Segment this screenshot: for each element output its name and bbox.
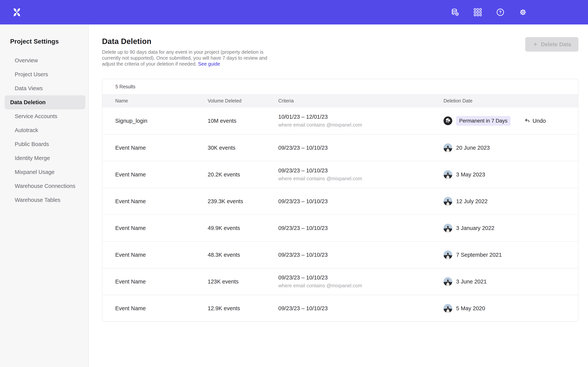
sidebar-item-data-deletion[interactable]: Data Deletion [5, 95, 85, 109]
deletion-date: 12 July 2022 [456, 198, 487, 205]
table-row: Event Name 30K events 09/23/23 – 10/10/2… [102, 134, 578, 161]
table-header-row: Name Volume Deleted Criteria Deletion Da… [102, 94, 578, 108]
sidebar-item-project-users[interactable]: Project Users [5, 67, 85, 81]
sidebar-item-warehouse-connections[interactable]: Warehouse Connections [5, 179, 85, 193]
avatar [443, 117, 452, 125]
deletion-date: 3 May 2023 [456, 171, 485, 178]
column-header-name: Name [115, 98, 208, 104]
deletion-date: 3 January 2022 [456, 225, 494, 231]
page-description: Delete up to 90 days data for any event … [102, 49, 270, 67]
sidebar-item-autotrack[interactable]: Autotrack [5, 123, 85, 137]
deletion-date: 3 June 2021 [456, 278, 487, 285]
table-row: Event Name 12.9K events 09/23/23 – 10/10… [102, 295, 578, 322]
avatar [443, 170, 452, 179]
top-navigation-bar: ? [0, 0, 588, 25]
avatar [443, 143, 452, 152]
table-row: Signup_login 10M events 10/01/23 – 12/01… [102, 108, 578, 134]
sidebar-item-identity-merge[interactable]: Identity Merge [5, 151, 85, 165]
table-row: Event Name 123K events 09/23/23 – 10/10/… [102, 268, 578, 295]
settings-icon[interactable] [518, 8, 527, 17]
avatar [443, 277, 452, 286]
project-settings-sidebar: Project Settings Overview Project Users … [0, 25, 89, 367]
status-badge: Permanent in 7 Days [456, 116, 510, 126]
undo-button[interactable]: Undo [524, 118, 546, 124]
topbar-icon-group: ? [450, 8, 588, 17]
sidebar-item-data-views[interactable]: Data Views [5, 81, 85, 95]
deletion-results-card: 5 Results Name Volume Deleted Criteria D… [102, 79, 579, 322]
sidebar-item-mixpanel-usage[interactable]: Mixpanel Usage [5, 165, 85, 179]
table-row: Event Name 20.2K events 09/23/23 – 10/10… [102, 161, 578, 188]
deletion-date: 20 June 2023 [456, 145, 490, 151]
sidebar-item-public-boards[interactable]: Public Boards [5, 137, 85, 151]
avatar [443, 250, 452, 259]
column-header-volume-deleted: Volume Deleted [208, 98, 278, 104]
data-management-icon[interactable] [450, 8, 460, 17]
main-content: Data Deletion Delete up to 90 days data … [89, 25, 588, 367]
sidebar-item-overview[interactable]: Overview [5, 53, 85, 67]
avatar [443, 224, 452, 233]
plus-icon [533, 42, 538, 47]
svg-text:?: ? [499, 10, 502, 15]
results-count: 5 Results [102, 79, 578, 94]
sidebar-nav-list: Overview Project Users Data Views Data D… [0, 53, 88, 207]
sidebar-item-warehouse-tables[interactable]: Warehouse Tables [5, 193, 85, 207]
delete-data-button[interactable]: Delete Data [525, 37, 579, 52]
undo-icon [524, 118, 530, 124]
help-icon[interactable]: ? [496, 8, 505, 17]
avatar [443, 197, 452, 206]
mixpanel-logo-icon[interactable] [12, 7, 22, 17]
column-header-criteria: Criteria [278, 98, 443, 104]
avatar [443, 304, 452, 313]
page-title: Data Deletion [102, 37, 270, 46]
apps-grid-icon[interactable] [473, 8, 482, 17]
deletion-date: 5 May 2020 [456, 305, 485, 312]
deletion-date: 7 September 2021 [456, 252, 502, 258]
sidebar-item-service-accounts[interactable]: Service Accounts [5, 109, 85, 123]
table-row: Event Name 239.3K events 09/23/23 – 10/1… [102, 188, 578, 215]
sidebar-heading: Project Settings [0, 25, 88, 45]
table-row: Event Name 49.9K events 09/23/23 – 10/10… [102, 215, 578, 241]
see-guide-link[interactable]: See guide [198, 61, 220, 67]
column-header-deletion-date: Deletion Date [443, 98, 578, 104]
table-row: Event Name 48.3K events 09/23/23 – 10/10… [102, 241, 578, 268]
